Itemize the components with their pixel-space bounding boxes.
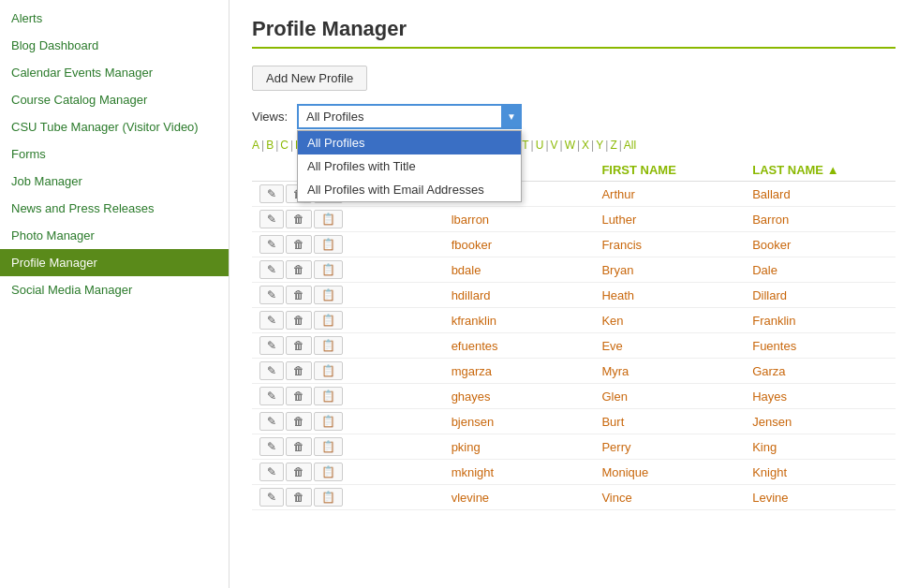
sidebar-item-social-media[interactable]: Social Media Manager bbox=[0, 276, 229, 303]
col-firstname[interactable]: FIRST NAME bbox=[594, 159, 745, 182]
lastname-cell: Knight bbox=[745, 460, 896, 485]
edit-button[interactable]: ✎ bbox=[259, 387, 284, 405]
alpha-link-w[interactable]: W bbox=[565, 139, 575, 152]
row-actions: ✎🗑📋 bbox=[252, 384, 444, 409]
userid-cell: pking bbox=[444, 434, 595, 460]
delete-button[interactable]: 🗑 bbox=[286, 286, 312, 304]
table-row: ✎🗑📋ghayesGlenHayes bbox=[252, 384, 896, 409]
dropdown-option[interactable]: All Profiles with Title bbox=[298, 154, 521, 178]
sidebar-item-photo-manager[interactable]: Photo Manager bbox=[0, 222, 229, 249]
sidebar-item-forms[interactable]: Forms bbox=[0, 140, 229, 168]
userid-cell: efuentes bbox=[444, 333, 595, 359]
alpha-separator: | bbox=[545, 139, 548, 152]
alpha-link-y[interactable]: Y bbox=[596, 139, 603, 152]
delete-button[interactable]: 🗑 bbox=[286, 488, 312, 507]
copy-button[interactable]: 📋 bbox=[314, 412, 343, 431]
copy-button[interactable]: 📋 bbox=[314, 437, 343, 456]
firstname-cell: Bryan bbox=[594, 257, 745, 283]
alpha-link-x[interactable]: X bbox=[582, 139, 589, 152]
row-actions: ✎🗑📋 bbox=[252, 308, 444, 333]
table-row: ✎🗑📋bjensenBurtJensen bbox=[252, 409, 896, 434]
copy-button[interactable]: 📋 bbox=[314, 387, 343, 405]
alpha-link-t[interactable]: T bbox=[522, 139, 528, 152]
edit-button[interactable]: ✎ bbox=[259, 336, 284, 355]
userid-cell: fbooker bbox=[444, 232, 595, 257]
userid-cell: ghayes bbox=[444, 384, 595, 409]
table-row: ✎🗑📋mknightMoniqueKnight bbox=[252, 460, 896, 485]
edit-button[interactable]: ✎ bbox=[259, 488, 284, 507]
delete-button[interactable]: 🗑 bbox=[286, 235, 312, 254]
edit-button[interactable]: ✎ bbox=[259, 235, 284, 254]
delete-button[interactable]: 🗑 bbox=[286, 463, 312, 481]
views-select-wrapper[interactable]: All ProfilesAll Profiles with TitleAll P… bbox=[297, 104, 522, 129]
lastname-cell: King bbox=[745, 434, 896, 460]
edit-button[interactable]: ✎ bbox=[259, 210, 284, 228]
copy-button[interactable]: 📋 bbox=[314, 210, 343, 228]
lastname-cell: Hayes bbox=[745, 384, 896, 409]
dropdown-option[interactable]: All Profiles with Email Addresses bbox=[298, 178, 521, 201]
alpha-link-v[interactable]: V bbox=[551, 139, 558, 152]
firstname-cell: Heath bbox=[594, 283, 745, 308]
edit-button[interactable]: ✎ bbox=[259, 286, 284, 304]
copy-button[interactable]: 📋 bbox=[314, 260, 343, 279]
userid-cell: bjensen bbox=[444, 409, 595, 434]
sidebar-item-blog-dashboard[interactable]: Blog Dashboard bbox=[0, 32, 229, 59]
copy-button[interactable]: 📋 bbox=[314, 311, 343, 330]
edit-button[interactable]: ✎ bbox=[259, 184, 284, 203]
edit-button[interactable]: ✎ bbox=[259, 361, 284, 380]
alpha-link-b[interactable]: B bbox=[266, 139, 274, 152]
copy-button[interactable]: 📋 bbox=[314, 235, 343, 254]
edit-button[interactable]: ✎ bbox=[259, 311, 284, 330]
alpha-link-all[interactable]: All bbox=[624, 139, 636, 152]
alpha-link-z[interactable]: Z bbox=[610, 139, 616, 152]
alpha-separator: | bbox=[531, 139, 534, 152]
delete-button[interactable]: 🗑 bbox=[286, 336, 312, 355]
userid-cell: bdale bbox=[444, 257, 595, 283]
row-actions: ✎🗑📋 bbox=[252, 409, 444, 434]
edit-button[interactable]: ✎ bbox=[259, 412, 284, 431]
sidebar-item-profile-manager[interactable]: Profile Manager bbox=[0, 249, 229, 276]
delete-button[interactable]: 🗑 bbox=[286, 311, 312, 330]
alpha-separator: | bbox=[605, 139, 608, 152]
sidebar-item-job-manager[interactable]: Job Manager bbox=[0, 168, 229, 195]
views-select[interactable]: All ProfilesAll Profiles with TitleAll P… bbox=[297, 104, 522, 129]
copy-button[interactable]: 📋 bbox=[314, 336, 343, 355]
alpha-link-c[interactable]: C bbox=[280, 139, 289, 152]
firstname-cell: Ken bbox=[594, 308, 745, 333]
lastname-cell: Garza bbox=[745, 359, 896, 384]
sidebar-item-news-press[interactable]: News and Press Releases bbox=[0, 195, 229, 222]
lastname-cell: Franklin bbox=[745, 308, 896, 333]
userid-cell: vlevine bbox=[444, 485, 595, 510]
delete-button[interactable]: 🗑 bbox=[286, 210, 312, 228]
col-lastname[interactable]: LAST NAME ▲ bbox=[745, 159, 896, 182]
delete-button[interactable]: 🗑 bbox=[286, 361, 312, 380]
delete-button[interactable]: 🗑 bbox=[286, 412, 312, 431]
edit-button[interactable]: ✎ bbox=[259, 260, 284, 279]
sidebar: AlertsBlog DashboardCalendar Events Mana… bbox=[0, 0, 230, 588]
delete-button[interactable]: 🗑 bbox=[286, 387, 312, 405]
sidebar-item-calendar-events[interactable]: Calendar Events Manager bbox=[0, 59, 229, 86]
alpha-separator: | bbox=[591, 139, 594, 152]
sidebar-item-alerts[interactable]: Alerts bbox=[0, 5, 229, 32]
table-row: ✎🗑📋mgarzaMyraGarza bbox=[252, 359, 896, 384]
delete-button[interactable]: 🗑 bbox=[286, 260, 312, 279]
alpha-link-u[interactable]: U bbox=[536, 139, 544, 152]
copy-button[interactable]: 📋 bbox=[314, 361, 343, 380]
delete-button[interactable]: 🗑 bbox=[286, 437, 312, 456]
add-new-profile-button[interactable]: Add New Profile bbox=[252, 66, 367, 91]
alpha-link-a[interactable]: A bbox=[252, 139, 259, 152]
edit-button[interactable]: ✎ bbox=[259, 437, 284, 456]
sidebar-item-course-catalog[interactable]: Course Catalog Manager bbox=[0, 86, 229, 113]
dropdown-option[interactable]: All Profiles bbox=[298, 131, 521, 154]
firstname-cell: Burt bbox=[594, 409, 745, 434]
copy-button[interactable]: 📋 bbox=[314, 488, 343, 507]
firstname-cell: Monique bbox=[594, 460, 745, 485]
alpha-separator: | bbox=[290, 139, 293, 152]
sidebar-item-csu-tube[interactable]: CSU Tube Manager (Visitor Video) bbox=[0, 113, 229, 140]
edit-button[interactable]: ✎ bbox=[259, 463, 284, 481]
copy-button[interactable]: 📋 bbox=[314, 286, 343, 304]
userid-cell: hdillard bbox=[444, 283, 595, 308]
copy-button[interactable]: 📋 bbox=[314, 463, 343, 481]
table-row: ✎🗑📋efuentesEveFuentes bbox=[252, 333, 896, 359]
alpha-separator: | bbox=[560, 139, 563, 152]
